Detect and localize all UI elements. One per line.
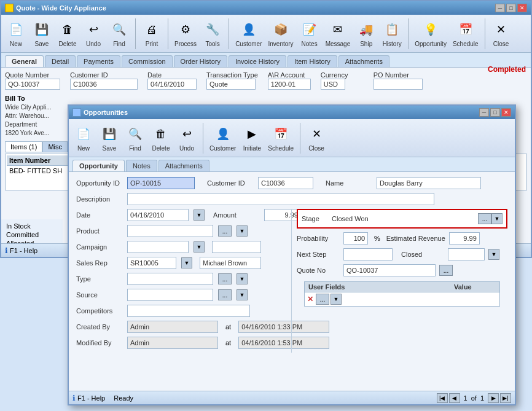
quote-number-input[interactable] bbox=[5, 79, 60, 90]
opp-salesrep-name-input[interactable] bbox=[200, 257, 261, 269]
toolbar-delete[interactable]: 🗑 Delete bbox=[57, 18, 79, 49]
opp-createdby-label: Created By bbox=[76, 323, 122, 331]
customer-id-input[interactable] bbox=[70, 79, 138, 90]
closed-input[interactable] bbox=[448, 248, 485, 260]
toolbar-history[interactable]: 📋 History bbox=[381, 18, 403, 49]
uf-dots-button[interactable]: ... bbox=[316, 294, 329, 305]
maximize-button[interactable]: □ bbox=[506, 4, 516, 12]
stage-dropdown[interactable]: ▼ bbox=[491, 213, 503, 224]
opp-salesrep-input[interactable] bbox=[127, 257, 176, 269]
opp-toolbar-customer[interactable]: 👤 Customer bbox=[208, 123, 237, 153]
opp-toolbar-initiate[interactable]: ▶ Initiate bbox=[241, 123, 263, 153]
opp-toolbar-new[interactable]: 📄 New bbox=[72, 123, 95, 153]
item-number-cell: BED- FITTED SH bbox=[7, 166, 68, 176]
nextstep-input[interactable] bbox=[343, 248, 393, 260]
tab-opp-attachments[interactable]: Attachments bbox=[158, 160, 209, 171]
nav-next[interactable]: ▶ bbox=[488, 393, 499, 403]
toolbar-process[interactable]: ⚙ Process bbox=[173, 18, 198, 49]
opp-source-dropdown[interactable]: ▼ bbox=[237, 289, 248, 300]
tab-notes[interactable]: Notes bbox=[126, 160, 157, 171]
opp-name-input[interactable] bbox=[377, 177, 481, 189]
opp-toolbar-save[interactable]: 💾 Save bbox=[98, 123, 120, 153]
nav-prev[interactable]: ◀ bbox=[449, 393, 460, 403]
closed-dropdown[interactable]: ▼ bbox=[488, 249, 499, 260]
toolbar-inventory[interactable]: 📦 Inventory bbox=[267, 18, 294, 49]
date-input[interactable] bbox=[147, 79, 197, 90]
quoteno-dots[interactable]: ... bbox=[439, 265, 453, 276]
opp-maximize-button[interactable]: □ bbox=[490, 108, 500, 117]
toolbar-print[interactable]: 🖨 Print bbox=[141, 18, 163, 49]
tab-commission[interactable]: Commission bbox=[122, 55, 173, 67]
toolbar-find[interactable]: 🔍 Find bbox=[108, 18, 130, 49]
opp-campaign-dropdown[interactable]: ▼ bbox=[194, 241, 205, 252]
opp-competitors-input[interactable] bbox=[127, 305, 250, 317]
toolbar-undo[interactable]: ↩ Undo bbox=[82, 18, 104, 49]
nav-last[interactable]: ▶| bbox=[500, 393, 511, 403]
toolbar-message[interactable]: ✉ Message bbox=[324, 18, 352, 49]
toolbar-print-label: Print bbox=[146, 41, 158, 47]
opp-product-dots[interactable]: ... bbox=[218, 225, 232, 237]
tab-attachments[interactable]: Attachments bbox=[338, 55, 389, 67]
uf-dropdown-button[interactable]: ▼ bbox=[331, 294, 342, 305]
dialog-help-button[interactable]: ℹ F1 - Help bbox=[72, 394, 105, 402]
opp-date-input[interactable] bbox=[127, 209, 189, 221]
toolbar-notes[interactable]: 📝 Notes bbox=[299, 18, 321, 49]
opp-close-button[interactable]: ✕ bbox=[501, 108, 511, 117]
opp-campaign-input[interactable] bbox=[127, 241, 189, 253]
probability-input[interactable] bbox=[343, 232, 368, 245]
find-icon: 🔍 bbox=[109, 20, 129, 39]
opp-source-dots[interactable]: ... bbox=[218, 289, 232, 300]
opp-type-dropdown[interactable]: ▼ bbox=[237, 273, 248, 284]
toolbar-customer[interactable]: 👤 Customer bbox=[234, 18, 263, 49]
est-revenue-input[interactable] bbox=[449, 232, 480, 245]
tab-order-history[interactable]: Order History bbox=[174, 55, 227, 67]
opp-minimize-button[interactable]: ─ bbox=[479, 108, 489, 117]
opp-type-input[interactable] bbox=[127, 273, 213, 285]
quoteno-input[interactable] bbox=[343, 264, 436, 276]
opp-delete-label: Delete bbox=[152, 145, 170, 152]
main-toolbar: 📄 New 💾 Save 🗑 Delete ↩ Undo 🔍 Find 🖨 Pr… bbox=[1, 15, 531, 53]
currency-input[interactable] bbox=[321, 79, 345, 90]
toolbar-save[interactable]: 💾 Save bbox=[31, 18, 53, 49]
toolbar-ship[interactable]: 🚚 Ship bbox=[355, 18, 377, 49]
toolbar-new[interactable]: 📄 New bbox=[5, 18, 27, 49]
tab-items[interactable]: Items (1) bbox=[5, 141, 42, 152]
opp-salesrep-dropdown[interactable]: ▼ bbox=[181, 257, 192, 268]
tab-opportunity[interactable]: Opportunity bbox=[72, 160, 125, 171]
toolbar-opportunity[interactable]: 💡 Opportunity bbox=[413, 18, 448, 49]
opp-type-dots[interactable]: ... bbox=[218, 273, 232, 284]
tab-misc[interactable]: Misc bbox=[42, 141, 68, 152]
nav-first[interactable]: |◀ bbox=[437, 393, 448, 403]
toolbar-close[interactable]: ✕ Close bbox=[490, 18, 512, 49]
uf-delete-button[interactable]: ✕ bbox=[307, 295, 313, 303]
ar-account-input[interactable] bbox=[268, 79, 311, 90]
stage-dots[interactable]: ... bbox=[478, 213, 491, 224]
main-help-button[interactable]: ℹ F1 - Help bbox=[5, 246, 37, 255]
opp-customer-id-input[interactable] bbox=[258, 177, 313, 189]
tab-invoice-history[interactable]: Invoice History bbox=[229, 55, 286, 67]
tab-item-history[interactable]: Item History bbox=[288, 55, 337, 67]
opp-source-input[interactable] bbox=[127, 289, 213, 301]
opp-toolbar-close[interactable]: ✕ Close bbox=[305, 123, 327, 153]
tab-general[interactable]: General bbox=[5, 55, 44, 67]
opp-toolbar-schedule[interactable]: 📅 Schedule bbox=[267, 123, 295, 153]
opp-product-input[interactable] bbox=[127, 225, 213, 237]
opp-campaign-name-input[interactable] bbox=[212, 241, 261, 253]
opp-competitors-label: Competitors bbox=[76, 307, 122, 315]
toolbar-tools[interactable]: 🔧 Tools bbox=[201, 18, 224, 49]
opp-date-dropdown[interactable]: ▼ bbox=[194, 209, 205, 221]
opp-desc-input[interactable] bbox=[127, 193, 434, 205]
stage-input[interactable] bbox=[329, 213, 478, 225]
opp-toolbar-undo[interactable]: ↩ Undo bbox=[176, 123, 198, 153]
opp-toolbar-find[interactable]: 🔍 Find bbox=[124, 123, 146, 153]
minimize-button[interactable]: ─ bbox=[495, 4, 505, 12]
opp-toolbar-delete[interactable]: 🗑 Delete bbox=[150, 123, 172, 153]
opp-id-input[interactable] bbox=[127, 177, 195, 189]
opp-product-dropdown[interactable]: ▼ bbox=[237, 225, 248, 237]
close-button[interactable]: ✕ bbox=[517, 4, 527, 12]
toolbar-schedule[interactable]: 📅 Schedule bbox=[452, 18, 480, 49]
tab-detail[interactable]: Detail bbox=[45, 55, 76, 67]
tab-payments[interactable]: Payments bbox=[77, 55, 120, 67]
transaction-type-input[interactable] bbox=[206, 79, 256, 90]
po-number-input[interactable] bbox=[374, 79, 423, 90]
